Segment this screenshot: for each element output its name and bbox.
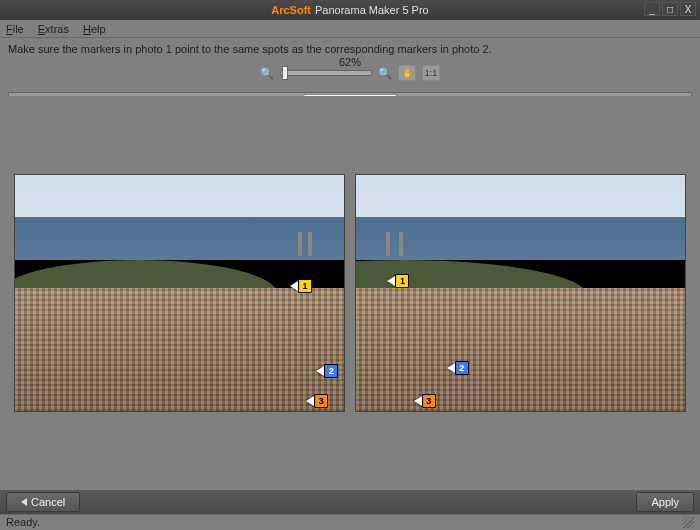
- title-app: Panorama Maker 5 Pro: [315, 4, 429, 16]
- zoom-in-icon[interactable]: 🔍: [378, 66, 392, 80]
- titlebar: ArcSoft Panorama Maker 5 Pro _ □ X: [0, 0, 700, 20]
- minimize-button[interactable]: _: [644, 2, 660, 16]
- zoom-slider[interactable]: [280, 70, 372, 76]
- photo-1[interactable]: 123: [14, 174, 345, 412]
- marker-2[interactable]: 2: [324, 364, 338, 378]
- apply-button[interactable]: Apply: [636, 492, 694, 512]
- menubar: File Extras Help: [0, 20, 700, 38]
- marker-1[interactable]: 1: [395, 274, 409, 288]
- marker-2[interactable]: 2: [455, 361, 469, 375]
- close-button[interactable]: X: [680, 2, 696, 16]
- cancel-button[interactable]: Cancel: [6, 492, 80, 512]
- zoom-slider-thumb[interactable]: [282, 66, 288, 80]
- pan-hand-button[interactable]: ✋: [398, 65, 416, 81]
- photo-row: 123 123: [14, 174, 686, 412]
- actual-size-button[interactable]: 1:1: [422, 65, 440, 81]
- menu-help[interactable]: Help: [83, 23, 106, 35]
- menu-extras[interactable]: Extras: [38, 23, 69, 35]
- arrow-left-icon: [21, 498, 27, 506]
- resize-grip-icon[interactable]: [682, 516, 694, 528]
- title-brand: ArcSoft: [271, 4, 311, 16]
- maximize-button[interactable]: □: [662, 2, 678, 16]
- apply-label: Apply: [651, 496, 679, 508]
- statusbar: Ready.: [0, 514, 700, 530]
- instruction-text: Make sure the markers in photo 1 point t…: [0, 38, 700, 58]
- zoom-out-icon[interactable]: 🔍: [260, 66, 274, 80]
- zoom-toolbar: 62% 🔍 🔍 ✋ 1:1: [0, 58, 700, 88]
- cancel-label: Cancel: [31, 496, 65, 508]
- marker-3[interactable]: 3: [314, 394, 328, 408]
- bottom-bar: Cancel Apply: [0, 490, 700, 514]
- window-controls: _ □ X: [644, 2, 696, 16]
- marker-1[interactable]: 1: [298, 279, 312, 293]
- photo-2[interactable]: 123: [355, 174, 686, 412]
- status-text: Ready.: [6, 516, 40, 529]
- workspace: 123 123: [0, 96, 700, 490]
- menu-file[interactable]: File: [6, 23, 24, 35]
- marker-3[interactable]: 3: [422, 394, 436, 408]
- zoom-percent-label: 62%: [339, 56, 361, 68]
